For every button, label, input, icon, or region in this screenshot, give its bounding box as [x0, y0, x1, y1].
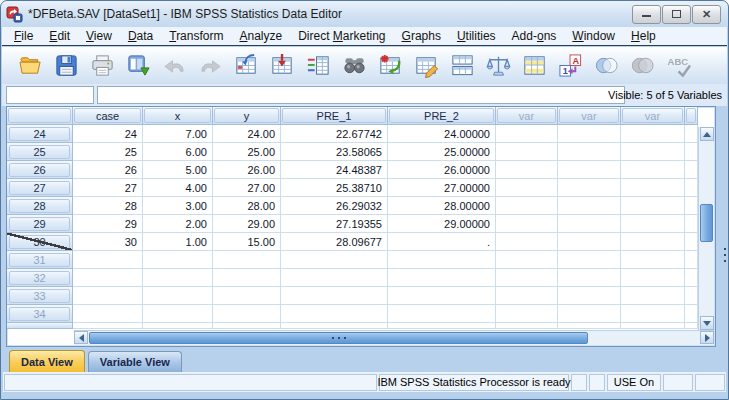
cell-y-row31[interactable] [213, 251, 281, 269]
cell-var-row30[interactable] [496, 233, 558, 251]
cell-PRE_1-row34[interactable] [281, 305, 388, 323]
cell-blank-row25[interactable] [685, 143, 698, 161]
title-bar[interactable]: *DFBeta.SAV [DataSet1] - IBM SPSS Statis… [1, 1, 728, 27]
row-header-28[interactable]: 28 [7, 197, 73, 215]
cell-var-row28[interactable] [621, 197, 685, 215]
cell-blank-row27[interactable] [685, 179, 698, 197]
cell-var-row34[interactable] [496, 305, 558, 323]
cell-PRE_2-row27[interactable]: 27.00000 [388, 179, 496, 197]
cell-PRE_1-row28[interactable]: 26.29032 [281, 197, 388, 215]
cell-PRE_1-row29[interactable]: 27.19355 [281, 215, 388, 233]
save-document-button[interactable] [52, 52, 80, 80]
cell-var-row32[interactable] [621, 269, 685, 287]
cell-y-row27[interactable]: 27.00 [213, 179, 281, 197]
cell-var-row27[interactable] [558, 179, 621, 197]
cell-x-row31[interactable] [143, 251, 213, 269]
cell-blank-row26[interactable] [685, 161, 698, 179]
menu-view[interactable]: View [78, 27, 120, 45]
cell-y-row29[interactable]: 29.00 [213, 215, 281, 233]
cell-value-input[interactable] [97, 86, 625, 104]
cell-PRE_2-row34[interactable] [388, 305, 496, 323]
cell-case-row26[interactable]: 26 [73, 161, 143, 179]
column-header-y[interactable]: y [213, 107, 281, 125]
row-header-34[interactable]: 34 [7, 305, 73, 323]
column-header-case[interactable]: case [73, 107, 143, 125]
split-file-button[interactable] [448, 52, 476, 80]
cell-y-row28[interactable]: 28.00 [213, 197, 281, 215]
cell-blank-row33[interactable] [685, 287, 698, 305]
cell-blank-row29[interactable] [685, 215, 698, 233]
scroll-down-button[interactable] [700, 316, 714, 330]
row-header-32[interactable]: 32 [7, 269, 73, 287]
cell-PRE_1-row31[interactable] [281, 251, 388, 269]
cell-PRE_1-row33[interactable] [281, 287, 388, 305]
cell-x-row34[interactable] [143, 305, 213, 323]
cell-PRE_2-row29[interactable]: 29.00000 [388, 215, 496, 233]
cell-PRE_1-row30[interactable]: 28.09677 [281, 233, 388, 251]
redo-button[interactable] [196, 52, 224, 80]
select-cases-button[interactable] [520, 52, 548, 80]
cell-var-row28[interactable] [558, 197, 621, 215]
cell-x-row27[interactable]: 4.00 [143, 179, 213, 197]
tab-data-view[interactable]: Data View [9, 350, 85, 372]
row-header-25[interactable]: 25 [7, 143, 73, 161]
cell-PRE_2-row28[interactable]: 28.00000 [388, 197, 496, 215]
go-to-variable-button[interactable] [268, 52, 296, 80]
menu-help[interactable]: Help [623, 27, 664, 45]
row-header-31[interactable]: 31 [7, 251, 73, 269]
cell-case-row25[interactable]: 25 [73, 143, 143, 161]
menu-analyze[interactable]: Analyze [231, 27, 290, 45]
column-header-PRE_1[interactable]: PRE_1 [281, 107, 388, 125]
cell-var-row25[interactable] [558, 143, 621, 161]
cell-y-row34[interactable] [213, 305, 281, 323]
cell-case-row31[interactable] [73, 251, 143, 269]
menu-graphs[interactable]: Graphs [394, 27, 449, 45]
minimize-button[interactable] [632, 5, 661, 24]
cell-var-row26[interactable] [558, 161, 621, 179]
scroll-left-button[interactable] [74, 331, 88, 344]
cell-var-row31[interactable] [496, 251, 558, 269]
cell-case-row32[interactable] [73, 269, 143, 287]
menu-edit[interactable]: Edit [41, 27, 78, 45]
column-header-var[interactable]: var [621, 107, 685, 125]
cell-case-row34[interactable] [73, 305, 143, 323]
cell-var-row33[interactable] [558, 287, 621, 305]
cell-var-row33[interactable] [496, 287, 558, 305]
cell-var-row27[interactable] [496, 179, 558, 197]
cell-PRE_1-row26[interactable]: 24.48387 [281, 161, 388, 179]
cell-PRE_2-row26[interactable]: 26.00000 [388, 161, 496, 179]
spell-check-button[interactable]: ABC [664, 52, 692, 80]
undo-button[interactable] [160, 52, 188, 80]
use-variable-sets-button[interactable] [592, 52, 620, 80]
cell-case-row28[interactable]: 28 [73, 197, 143, 215]
pane-splitter-handle[interactable] [724, 248, 726, 264]
go-to-case-button[interactable] [232, 52, 260, 80]
cell-PRE_2-row32[interactable] [388, 269, 496, 287]
horizontal-scroll-thumb[interactable] [89, 332, 588, 344]
cell-PRE_2-row24[interactable]: 24.00000 [388, 125, 496, 143]
cell-var-row26[interactable] [621, 161, 685, 179]
weight-cases-button[interactable] [484, 52, 512, 80]
cell-var-row30[interactable] [558, 233, 621, 251]
cell-var-row32[interactable] [496, 269, 558, 287]
cell-var-row29[interactable] [621, 215, 685, 233]
cell-var-row25[interactable] [621, 143, 685, 161]
menu-direct-marketing[interactable]: Direct Marketing [290, 27, 393, 45]
row-header-26[interactable]: 26 [7, 161, 73, 179]
row-header-29[interactable]: 29 [7, 215, 73, 233]
cell-case-row24[interactable]: 24 [73, 125, 143, 143]
cell-var-row25[interactable] [496, 143, 558, 161]
cell-x-row28[interactable]: 3.00 [143, 197, 213, 215]
cell-PRE_2-row31[interactable] [388, 251, 496, 269]
column-header-blank[interactable] [685, 107, 698, 125]
cell-var-row31[interactable] [558, 251, 621, 269]
column-header-var[interactable]: var [558, 107, 621, 125]
cell-reference-input[interactable] [6, 86, 94, 104]
close-button[interactable]: ✕ [692, 5, 721, 24]
row-header-24[interactable]: 24 [7, 125, 73, 143]
cell-var-row31[interactable] [621, 251, 685, 269]
cell-var-row24[interactable] [496, 125, 558, 143]
cell-y-row32[interactable] [213, 269, 281, 287]
cell-var-row32[interactable] [558, 269, 621, 287]
tab-variable-view[interactable]: Variable View [88, 351, 182, 372]
